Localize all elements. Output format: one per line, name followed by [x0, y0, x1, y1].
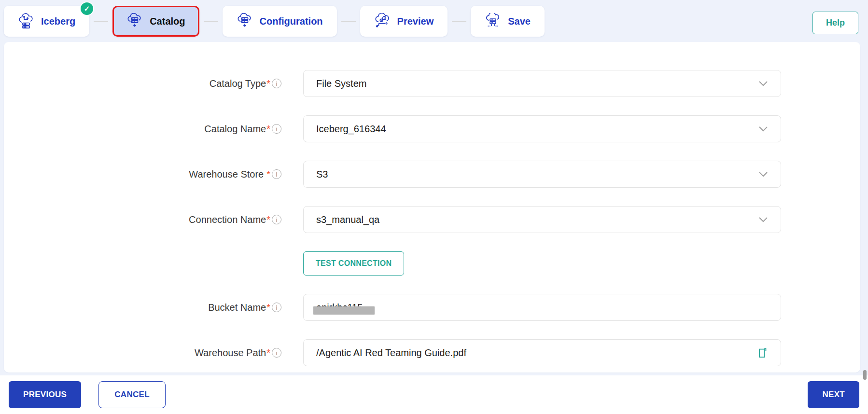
info-icon[interactable]: i [272, 79, 281, 88]
step-connector [452, 21, 466, 22]
step-connector [94, 21, 108, 22]
bucket-name-input[interactable]: anirkbc115 [303, 294, 781, 321]
chevron-down-icon [758, 217, 768, 222]
required-marker: * [266, 214, 270, 225]
step-catalog[interactable]: Catalog [112, 6, 199, 37]
step-configuration[interactable]: Configuration [223, 6, 337, 37]
connection-name-label: Connection Name*i [4, 214, 281, 225]
redaction-bar [313, 306, 375, 315]
step-label: Iceberg [41, 16, 75, 27]
test-connection-button[interactable]: TEST CONNECTION [303, 251, 404, 276]
bucket-name-row: Bucket Name*i anirkbc115 [4, 294, 860, 321]
info-icon[interactable]: i [272, 169, 281, 179]
cloud-download-icon [237, 13, 253, 29]
scrollbar-thumb[interactable] [863, 370, 867, 380]
catalog-type-label: Catalog Type*i [4, 78, 281, 89]
step-preview[interactable]: Preview [360, 6, 448, 37]
connection-name-row: Connection Name*i s3_manual_qa [4, 206, 860, 233]
catalog-name-select[interactable]: Iceberg_616344 [303, 115, 781, 142]
warehouse-store-select[interactable]: S3 [303, 161, 781, 188]
completed-check-icon: ✓ [80, 1, 94, 16]
step-connector [204, 21, 218, 22]
chevron-down-icon [758, 126, 768, 132]
catalog-form-card: Catalog Type*i File System Catalog Name*… [4, 42, 860, 373]
info-icon[interactable]: i [272, 215, 281, 224]
connection-name-select[interactable]: s3_manual_qa [303, 206, 781, 233]
connection-name-value: s3_manual_qa [316, 214, 379, 225]
bucket-name-label: Bucket Name*i [4, 302, 281, 313]
catalog-type-row: Catalog Type*i File System [4, 70, 860, 97]
cloud-download-icon [126, 13, 143, 29]
catalog-name-label: Catalog Name*i [4, 124, 281, 135]
cloud-circuit-icon [18, 13, 34, 29]
chevron-down-icon [758, 81, 768, 86]
help-button[interactable]: Help [812, 12, 858, 34]
warehouse-store-row: Warehouse Store*i S3 [4, 161, 860, 188]
bucket-name-value-redacted: anirkbc115 [316, 302, 363, 313]
warehouse-path-input[interactable]: /Agentic AI Red Teaming Guide.pdf [303, 339, 781, 366]
warehouse-store-label: Warehouse Store*i [4, 169, 281, 180]
file-browse-icon[interactable] [757, 346, 768, 359]
warehouse-path-row: Warehouse Path*i /Agentic AI Red Teaming… [4, 339, 860, 366]
test-connection-row: TEST CONNECTION [303, 251, 860, 276]
required-marker: * [266, 78, 270, 89]
catalog-name-value: Iceberg_616344 [316, 124, 386, 135]
warehouse-path-label: Warehouse Path*i [4, 347, 281, 359]
step-label: Preview [397, 16, 434, 27]
cloud-server-icon [485, 13, 501, 29]
wizard-footer: PREVIOUS CANCEL NEXT [0, 375, 868, 414]
cloud-gears-icon [374, 13, 391, 29]
required-marker: * [266, 124, 270, 135]
warehouse-path-value: /Agentic AI Red Teaming Guide.pdf [316, 347, 466, 359]
warehouse-store-value: S3 [316, 169, 328, 180]
catalog-type-value: File System [316, 78, 366, 89]
chevron-down-icon [758, 171, 768, 177]
step-label: Catalog [150, 16, 185, 27]
step-label: Configuration [260, 16, 323, 27]
step-iceberg[interactable]: ✓ Iceberg [4, 6, 89, 37]
required-marker: * [266, 347, 270, 359]
info-icon[interactable]: i [272, 124, 281, 134]
required-marker: * [266, 302, 270, 313]
required-marker: * [266, 169, 270, 180]
next-button[interactable]: NEXT [808, 381, 859, 408]
info-icon[interactable]: i [272, 348, 281, 358]
catalog-type-select[interactable]: File System [303, 70, 781, 97]
cancel-button[interactable]: CANCEL [98, 381, 166, 408]
step-save[interactable]: Save [471, 6, 545, 37]
step-label: Save [508, 16, 531, 27]
wizard-stepper: ✓ Iceberg Catalog [0, 0, 868, 39]
step-connector [341, 21, 356, 22]
info-icon[interactable]: i [272, 303, 281, 312]
catalog-name-row: Catalog Name*i Iceberg_616344 [4, 115, 860, 142]
previous-button[interactable]: PREVIOUS [9, 381, 81, 408]
